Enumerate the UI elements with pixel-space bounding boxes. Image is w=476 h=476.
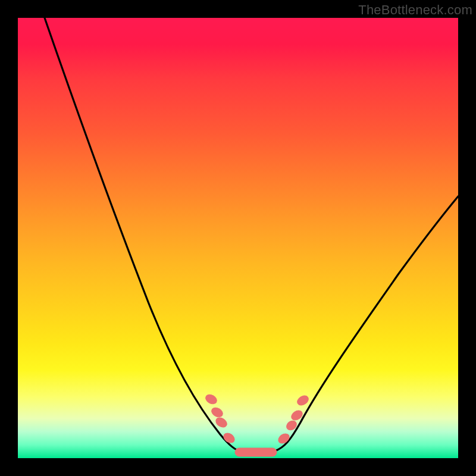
svg-point-1 xyxy=(210,406,224,419)
curve-path xyxy=(45,18,458,453)
svg-point-0 xyxy=(204,393,218,406)
svg-point-8 xyxy=(296,394,310,407)
svg-point-3 xyxy=(222,431,236,445)
svg-point-2 xyxy=(214,416,228,429)
marker-group xyxy=(204,393,310,456)
svg-rect-4 xyxy=(235,448,277,456)
plot-frame xyxy=(18,18,458,458)
plot-area xyxy=(18,18,458,458)
bottleneck-curve xyxy=(18,18,458,458)
svg-point-5 xyxy=(277,432,291,446)
watermark-text: TheBottleneck.com xyxy=(358,2,472,18)
